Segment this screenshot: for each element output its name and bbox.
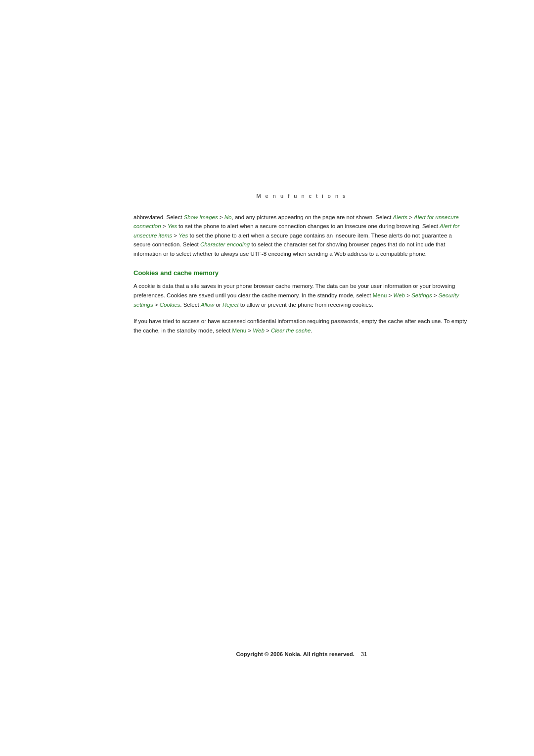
p1-text-2: > <box>387 292 393 298</box>
intro-text-5: > <box>161 223 168 229</box>
p2-text-3: > <box>265 328 271 333</box>
intro-text-7: > <box>172 233 178 238</box>
p1-text-3: > <box>405 292 411 298</box>
intro-text-3: , and any pictures appearing on the page… <box>232 214 393 220</box>
footer-copyright: Copyright © 2006 Nokia. All rights reser… <box>236 651 355 657</box>
menu1-link[interactable]: Menu <box>373 292 387 298</box>
footer: Copyright © 2006 Nokia. All rights reser… <box>134 651 470 657</box>
cookies-link[interactable]: Cookies <box>160 302 180 308</box>
character-encoding-link[interactable]: Character encoding <box>200 241 250 247</box>
p2-text-4: . <box>311 328 312 333</box>
cookies-paragraph-2: If you have tried to access or have acce… <box>134 317 470 335</box>
intro-text-4: > <box>407 214 414 220</box>
p2-text-2: > <box>246 328 253 333</box>
alerts-link[interactable]: Alerts <box>393 214 407 220</box>
yes2-link[interactable]: Yes <box>178 233 188 238</box>
web1-link[interactable]: Web <box>394 292 405 298</box>
p1-text-8: to allow or prevent the phone from recei… <box>239 302 373 308</box>
intro-text-6: to set the phone to alert when a secure … <box>177 223 440 229</box>
show-images-link[interactable]: Show images <box>184 214 218 220</box>
p1-text-7: or <box>214 302 222 308</box>
allow-link[interactable]: Allow <box>201 302 214 308</box>
intro-paragraph: abbreviated. Select Show images > No, an… <box>134 213 470 258</box>
intro-text-1: abbreviated. Select <box>134 214 184 220</box>
menu2-link[interactable]: Menu <box>232 328 246 333</box>
reject-link[interactable]: Reject <box>222 302 239 308</box>
p1-text-4: > <box>432 292 439 298</box>
no-link[interactable]: No <box>224 214 232 220</box>
content-area: M e n u f u n c t i o n s abbreviated. S… <box>134 193 470 342</box>
section-header-label: M e n u f u n c t i o n s <box>134 193 470 199</box>
yes1-link[interactable]: Yes <box>168 223 177 229</box>
settings1-link[interactable]: Settings <box>411 292 432 298</box>
intro-text-2: > <box>218 214 224 220</box>
p1-text-5: > <box>153 302 160 308</box>
cookies-cache-heading: Cookies and cache memory <box>134 269 470 277</box>
clear-cache-link[interactable]: Clear the cache <box>271 328 311 333</box>
web2-link[interactable]: Web <box>253 328 264 333</box>
cookies-paragraph-1: A cookie is data that a site saves in yo… <box>134 282 470 310</box>
page-number: 31 <box>361 651 367 657</box>
page: M e n u f u n c t i o n s abbreviated. S… <box>0 0 534 756</box>
p1-text-6: . Select <box>180 302 201 308</box>
